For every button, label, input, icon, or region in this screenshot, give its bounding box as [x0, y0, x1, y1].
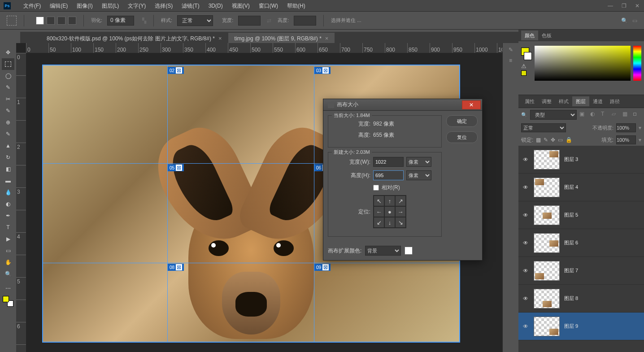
visibility-icon[interactable]: 👁 [522, 184, 529, 191]
filter-shape-icon[interactable]: ▱ [612, 111, 620, 119]
menu-item[interactable]: 视图(V) [227, 0, 254, 12]
hue-slider[interactable] [633, 46, 641, 81]
color-spectrum[interactable] [535, 46, 631, 81]
layer-name[interactable]: 图层 8 [564, 295, 578, 302]
panel-tab[interactable]: 路径 [606, 96, 623, 106]
layer-thumbnail[interactable] [534, 261, 560, 281]
pen-tool[interactable]: ✒ [2, 210, 14, 222]
visibility-icon[interactable]: 👁 [522, 156, 529, 163]
canvas-ext-select[interactable]: 背景 [365, 246, 401, 256]
swap-icon[interactable]: ⇄ [267, 17, 271, 24]
visibility-icon[interactable]: 👁 [522, 268, 529, 274]
slice-badge[interactable]: 03 ⊠ [314, 67, 331, 74]
feather-input[interactable] [107, 16, 134, 26]
width-input[interactable] [238, 16, 261, 26]
new-height-input[interactable] [373, 170, 404, 180]
panel-tab[interactable]: 通道 [589, 96, 606, 106]
layer-row[interactable]: 👁图层 5 [518, 201, 644, 229]
color-swatches[interactable] [3, 296, 13, 307]
search-icon[interactable]: 🔍 [621, 17, 628, 24]
blend-mode-select[interactable]: 正常 [521, 123, 566, 132]
menu-item[interactable]: 文件(F) [19, 0, 45, 12]
gamut-color[interactable] [521, 70, 527, 76]
filter-adjust-icon[interactable]: ◐ [590, 111, 598, 119]
healing-tool[interactable]: ⊕ [2, 117, 14, 128]
panel-tab[interactable]: 图层 [572, 96, 589, 106]
layer-name[interactable]: 图层 5 [564, 212, 578, 218]
layer-name[interactable]: 图层 9 [564, 323, 578, 330]
layer-row[interactable]: 👁图层 3 [518, 146, 644, 174]
move-tool[interactable]: ✥ [2, 47, 14, 58]
menu-item[interactable]: 选择(S) [150, 0, 177, 12]
dialog-titlebar[interactable]: 画布大小 ✕ [323, 99, 482, 111]
crop-tool[interactable]: ✂ [2, 93, 14, 105]
filter-type-icon[interactable]: T [601, 111, 609, 119]
color-tab[interactable]: 颜色 [521, 30, 538, 40]
layer-name[interactable]: 图层 3 [564, 156, 578, 163]
background-swatch[interactable] [524, 52, 532, 60]
zoom-tool[interactable]: 🔍 [2, 268, 14, 280]
height-unit-select[interactable]: 像素 [406, 170, 431, 180]
selection-new-icon[interactable] [36, 17, 44, 25]
stamp-tool[interactable]: ▲ [2, 140, 14, 152]
layer-thumbnail[interactable] [534, 289, 560, 309]
brush-panel-icon[interactable]: ✎ [505, 47, 516, 56]
menu-item[interactable]: 窗口(W) [254, 0, 283, 12]
slice-badge[interactable]: 05 ⊠ [168, 164, 184, 171]
lock-pixels-icon[interactable]: ✎ [544, 137, 548, 143]
dodge-tool[interactable]: ◐ [2, 198, 14, 210]
layer-name[interactable]: 图层 7 [564, 267, 578, 274]
lock-all-icon[interactable]: 🔒 [566, 137, 572, 143]
filter-smart-icon[interactable]: ▦ [622, 111, 631, 119]
gradient-tool[interactable]: ▬ [2, 175, 14, 187]
lock-transparency-icon[interactable]: ▩ [536, 137, 541, 143]
visibility-icon[interactable]: 👁 [522, 240, 529, 246]
selection-subtract-icon[interactable] [57, 17, 65, 25]
refine-edge-button[interactable]: 选择并遮住 ... [331, 17, 361, 24]
hand-tool[interactable]: ✋ [2, 256, 14, 268]
layer-name[interactable]: 图层 6 [564, 239, 578, 246]
visibility-icon[interactable]: 👁 [522, 296, 529, 302]
panel-tab[interactable]: 属性 [521, 96, 538, 106]
dialog-close-button[interactable]: ✕ [462, 100, 481, 109]
layer-row[interactable]: 👁图层 9 [518, 313, 644, 340]
style-select[interactable]: 正常 [177, 15, 213, 26]
filter-toggle-icon[interactable]: ◘ [633, 111, 641, 119]
marquee-tool[interactable] [2, 58, 14, 70]
slice-badge[interactable]: 09 ⊠ [314, 264, 331, 271]
menu-item[interactable]: 编辑(E) [45, 0, 72, 12]
relative-checkbox[interactable] [373, 185, 379, 191]
height-input[interactable] [294, 16, 316, 26]
layer-thumbnail[interactable] [534, 233, 560, 253]
blur-tool[interactable]: 💧 [2, 187, 14, 198]
path-select-tool[interactable]: ▶ [2, 233, 14, 245]
layer-thumbnail[interactable] [534, 205, 560, 225]
lasso-tool[interactable]: ◯ [2, 70, 14, 82]
quick-select-tool[interactable]: ✎ [2, 82, 14, 93]
layer-row[interactable]: 👁图层 6 [518, 229, 644, 257]
menu-item[interactable]: 图像(I) [72, 0, 97, 12]
selection-intersect-icon[interactable] [68, 17, 76, 25]
menu-item[interactable]: 帮助(H) [283, 0, 310, 12]
tool-preset-icon[interactable] [7, 16, 17, 26]
width-unit-select[interactable]: 像素 [406, 157, 431, 167]
eraser-tool[interactable]: ◧ [2, 163, 14, 175]
layer-name[interactable]: 图层 4 [564, 184, 578, 191]
menu-item[interactable]: 滤镜(T) [177, 0, 204, 12]
fill-input[interactable] [616, 135, 636, 144]
ok-button[interactable]: 确定 [446, 115, 478, 127]
slice-badge[interactable]: 08 ⊠ [168, 264, 184, 271]
brush-tool[interactable]: ✎ [2, 128, 14, 140]
vertical-ruler[interactable]: 0123456789 [16, 53, 26, 352]
visibility-icon[interactable]: 👁 [522, 323, 529, 330]
visibility-icon[interactable]: 👁 [522, 212, 529, 218]
new-width-input[interactable] [373, 157, 404, 167]
menu-item[interactable]: 3D(D) [204, 0, 227, 12]
horizontal-ruler[interactable]: 0501001502002503003504004505005506006507… [26, 43, 518, 53]
maximize-button[interactable]: ❐ [617, 0, 631, 12]
layer-thumbnail[interactable] [534, 150, 560, 169]
panel-tab[interactable]: 样式 [555, 96, 572, 106]
layer-filter-select[interactable]: 类型 [530, 110, 577, 120]
menu-item[interactable]: 图层(L) [97, 0, 124, 12]
panel-tab[interactable]: 调整 [538, 96, 555, 106]
